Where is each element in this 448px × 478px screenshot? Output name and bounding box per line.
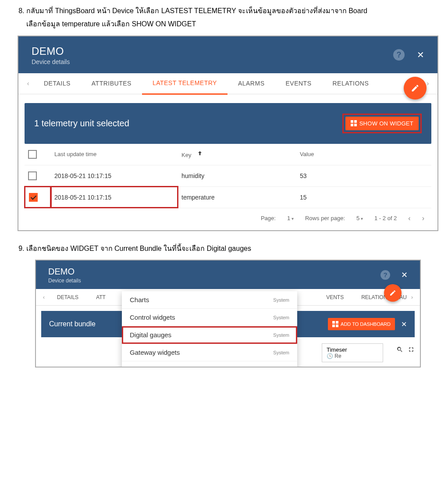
bundle-option-gateway-widgets[interactable]: Gateway widgets System bbox=[122, 344, 297, 361]
rows-per-page-select[interactable]: 5 bbox=[356, 215, 363, 221]
close-icon[interactable]: ✕ bbox=[401, 270, 408, 280]
panel-subtitle: Device details bbox=[32, 58, 424, 65]
col-key[interactable]: Key bbox=[178, 144, 296, 165]
cell-key: temperature bbox=[178, 186, 296, 208]
dashboard-icon bbox=[351, 120, 357, 126]
tab-attributes[interactable]: ATTRIBUTES bbox=[81, 73, 142, 94]
tab-details[interactable]: DETAILS bbox=[48, 289, 87, 306]
selection-bar: 1 telemetry unit selected SHOW ON WIDGET bbox=[25, 103, 431, 144]
fullscreen-icon[interactable] bbox=[408, 346, 415, 354]
step8-line2: เลือกข้อมูล temperature แล้วเลือก SHOW O… bbox=[26, 20, 196, 28]
tabs-right-arrow[interactable]: › bbox=[408, 294, 416, 300]
help-icon[interactable]: ? bbox=[380, 270, 390, 280]
panel-header: DEMO Device details ? ✕ bbox=[36, 260, 420, 289]
cell-time: 2018-05-21 10:17:15 bbox=[51, 186, 178, 208]
prev-page-button[interactable]: ‹ bbox=[408, 214, 410, 222]
screenshot-bundle: DEMO Device details ? ✕ ‹ DETAILS ATT VE… bbox=[35, 260, 421, 367]
step-9: เลือกชนิดของ WIDGET จาก Current Bundle ใ… bbox=[26, 242, 439, 255]
panel-header: DEMO Device details ? ✕ bbox=[18, 36, 437, 73]
timeseries-title: Timeser bbox=[327, 346, 378, 353]
tabs-left-arrow[interactable]: ‹ bbox=[39, 294, 48, 300]
cell-time: 2018-05-21 10:17:15 bbox=[51, 165, 178, 186]
close-selection-icon[interactable]: ✕ bbox=[401, 320, 407, 328]
rows-per-page-label: Rows per page: bbox=[305, 215, 345, 221]
show-on-widget-label: SHOW ON WIDGET bbox=[359, 120, 413, 127]
col-value[interactable]: Value bbox=[296, 144, 431, 165]
sort-up-icon bbox=[196, 150, 203, 158]
tab-relations[interactable]: RELATIONS bbox=[322, 73, 380, 94]
cell-value: 15 bbox=[296, 186, 431, 208]
table-row[interactable]: 2018-05-21 10:17:15 humidity 53 bbox=[25, 165, 431, 186]
cell-key: humidity bbox=[178, 165, 296, 186]
tab-details[interactable]: DETAILS bbox=[33, 73, 81, 94]
step-8: กลับมาที่ ThingsBoard หน้า Device ให้เลื… bbox=[26, 4, 439, 31]
step8-line1: กลับมาที่ ThingsBoard หน้า Device ให้เลื… bbox=[26, 7, 367, 14]
panel-subtitle: Device details bbox=[48, 278, 408, 284]
dashboard-icon bbox=[332, 321, 338, 327]
timeseries-card[interactable]: Timeser 🕓 Re bbox=[322, 343, 383, 362]
table-row[interactable]: 2018-05-21 10:17:15 temperature 15 bbox=[25, 186, 431, 208]
tab-events[interactable]: EVENTS bbox=[275, 73, 322, 94]
screenshot-telemetry: DEMO Device details ? ✕ ‹ DETAILS ATTRIB… bbox=[18, 36, 438, 231]
edit-fab[interactable] bbox=[404, 77, 427, 100]
close-icon[interactable]: ✕ bbox=[417, 50, 424, 60]
pagination: Page: 1 Rows per page: 5 1 - 2 of 2 ‹ › bbox=[18, 208, 437, 230]
page-label: Page: bbox=[261, 215, 276, 221]
page-range: 1 - 2 of 2 bbox=[374, 215, 397, 221]
add-to-dashboard-button[interactable]: ADD TO DASHBOARD bbox=[328, 318, 395, 330]
page-select[interactable]: 1 bbox=[287, 215, 294, 221]
help-icon[interactable]: ? bbox=[393, 49, 405, 61]
current-bundle-label: Current bundle bbox=[49, 320, 96, 328]
bundle-dropdown[interactable]: Charts System Control widgets System Dig… bbox=[122, 291, 297, 367]
select-all-checkbox[interactable] bbox=[28, 150, 37, 159]
add-to-dashboard-label: ADD TO DASHBOARD bbox=[341, 321, 391, 327]
step9-text: เลือกชนิดของ WIDGET จาก Current Bundle ใ… bbox=[26, 245, 251, 252]
telemetry-table: Last update time Key Value 2018-05-21 10… bbox=[25, 144, 431, 208]
show-on-widget-highlight: SHOW ON WIDGET bbox=[342, 114, 422, 133]
panel-title: DEMO bbox=[48, 267, 408, 277]
tab-events-cut[interactable]: VENTS bbox=[317, 289, 352, 306]
selection-count: 1 telemetry unit selected bbox=[34, 118, 129, 128]
col-last-update[interactable]: Last update time bbox=[51, 144, 178, 165]
show-on-widget-button[interactable]: SHOW ON WIDGET bbox=[345, 117, 419, 130]
bundle-option-control-widgets[interactable]: Control widgets System bbox=[122, 309, 297, 326]
tab-alarms[interactable]: ALARMS bbox=[228, 73, 275, 94]
row-checkbox-checked[interactable] bbox=[29, 193, 38, 202]
panel-title: DEMO bbox=[32, 45, 424, 57]
next-page-button[interactable]: › bbox=[422, 214, 424, 222]
edit-fab[interactable] bbox=[384, 284, 402, 302]
bundle-option-charts[interactable]: Charts System bbox=[122, 291, 297, 309]
row-checkbox[interactable] bbox=[28, 171, 37, 180]
realtime-label: 🕓 Re bbox=[327, 353, 378, 359]
tabs-bar: ‹ DETAILS ATTRIBUTES LATEST TELEMETRY AL… bbox=[18, 73, 437, 94]
tabs-left-arrow[interactable]: ‹ bbox=[23, 80, 33, 87]
bundle-option-gpio-widgets[interactable]: GPIO widgets System bbox=[122, 361, 297, 367]
bundle-option-digital-gauges[interactable]: Digital gauges System bbox=[122, 326, 297, 344]
tab-attributes-cut[interactable]: ATT bbox=[87, 289, 114, 306]
tab-latest-telemetry[interactable]: LATEST TELEMETRY bbox=[142, 72, 228, 95]
search-icon[interactable] bbox=[396, 346, 403, 354]
cell-value: 53 bbox=[296, 165, 431, 186]
